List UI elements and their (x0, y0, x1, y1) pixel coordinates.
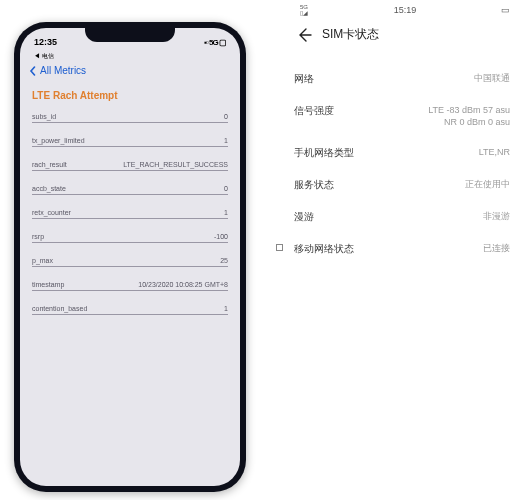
arrow-left-icon (296, 27, 312, 43)
status-value: LTE,NR (479, 146, 510, 158)
metric-row: tx_power_limited1 (32, 137, 228, 147)
metric-label: timestamp (32, 281, 64, 288)
status-row[interactable]: 网络中国联通 (290, 63, 520, 95)
nav-back[interactable]: All Metrics (20, 61, 240, 82)
android-status-bar: 5G▯◢ 15:19 ▭ (290, 2, 520, 18)
android-header[interactable]: SIM卡状态 (290, 18, 520, 57)
android-header-title: SIM卡状态 (322, 26, 379, 43)
android-5g-icon: 5G▯◢ (300, 4, 308, 16)
iphone-screen: 12:35 ▪▫ 5G ▢ ◀ 电信 All Metrics LTE Rach … (20, 28, 240, 486)
status-label: 服务状态 (294, 178, 334, 192)
status-label: 网络 (294, 72, 314, 86)
page-title: LTE Rach Attempt (32, 90, 228, 101)
metric-label: retx_counter (32, 209, 71, 216)
metric-row: rsrp-100 (32, 233, 228, 243)
metric-label: p_max (32, 257, 53, 264)
metric-row: contention_based1 (32, 305, 228, 315)
metric-value: 1 (224, 137, 228, 144)
metric-label: subs_id (32, 113, 56, 120)
ios-carrier: ◀ 电信 (20, 52, 240, 61)
status-value: 非漫游 (483, 210, 510, 222)
metric-label: rach_result (32, 161, 67, 168)
metric-label: contention_based (32, 305, 87, 312)
status-value: 已连接 (483, 242, 510, 254)
status-label: 移动网络状态 (294, 242, 354, 256)
notch (85, 28, 175, 42)
status-row[interactable]: 漫游非漫游 (290, 201, 520, 233)
metric-value: -100 (214, 233, 228, 240)
metric-value: 1 (224, 305, 228, 312)
status-row[interactable]: 移动网络状态已连接 (290, 233, 520, 265)
metric-row: accb_state0 (32, 185, 228, 195)
metric-row: rach_resultLTE_RACH_RESULT_SUCCESS (32, 161, 228, 171)
metric-label: accb_state (32, 185, 66, 192)
status-row[interactable]: 服务状态正在使用中 (290, 169, 520, 201)
metric-value: 0 (224, 185, 228, 192)
metric-value: LTE_RACH_RESULT_SUCCESS (123, 161, 228, 168)
status-value: LTE -83 dBm 57 asuNR 0 dBm 0 asu (428, 104, 510, 128)
status-label: 信号强度 (294, 104, 334, 118)
metric-label: tx_power_limited (32, 137, 85, 144)
status-row[interactable]: 手机网络类型LTE,NR (290, 137, 520, 169)
chevron-left-icon (28, 66, 38, 76)
ios-content: LTE Rach Attempt subs_id0tx_power_limite… (20, 82, 240, 315)
metric-value: 1 (224, 209, 228, 216)
metric-row: subs_id0 (32, 113, 228, 123)
metric-value: 25 (220, 257, 228, 264)
iphone-frame: 12:35 ▪▫ 5G ▢ ◀ 电信 All Metrics LTE Rach … (14, 22, 246, 492)
metric-row: timestamp10/23/2020 10:08:25 GMT+8 (32, 281, 228, 291)
metric-value: 10/23/2020 10:08:25 GMT+8 (138, 281, 228, 288)
android-screen: 5G▯◢ 15:19 ▭ SIM卡状态 网络中国联通信号强度LTE -83 dB… (290, 2, 520, 265)
nav-back-label: All Metrics (40, 65, 86, 76)
metric-row: retx_counter1 (32, 209, 228, 219)
status-value: 正在使用中 (465, 178, 510, 190)
metric-value: 0 (224, 113, 228, 120)
metric-label: rsrp (32, 233, 44, 240)
status-value: 中国联通 (474, 72, 510, 84)
status-label: 漫游 (294, 210, 314, 224)
ios-signal: ▪▫ 5G ▢ (204, 38, 226, 47)
status-label: 手机网络类型 (294, 146, 354, 160)
square-icon (276, 244, 283, 251)
status-row[interactable]: 信号强度LTE -83 dBm 57 asuNR 0 dBm 0 asu (290, 95, 520, 137)
ios-time: 12:35 (34, 37, 57, 47)
android-time: 15:19 (394, 5, 417, 15)
battery-icon: ▭ (501, 5, 510, 15)
metric-row: p_max25 (32, 257, 228, 267)
